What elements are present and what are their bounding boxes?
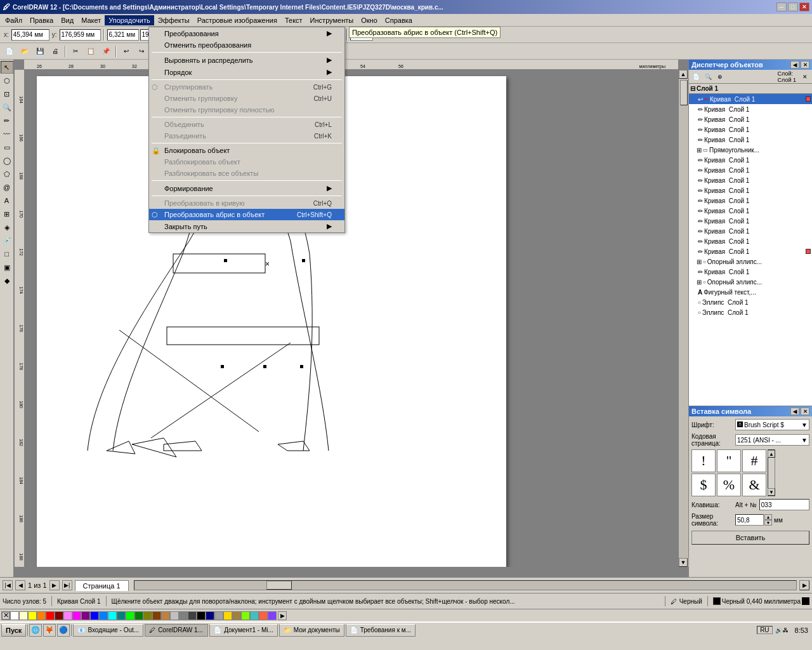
- obj-item-15[interactable]: ✏ Кривая Слой 1: [689, 267, 812, 277]
- obj-item-4[interactable]: ✏ Кривая Слой 1: [689, 135, 812, 145]
- dd-poryadok[interactable]: Порядок ▶: [149, 66, 344, 78]
- swatch-teal[interactable]: [117, 611, 126, 620]
- systray-vol[interactable]: 🔊: [775, 627, 782, 633]
- obj-item-10[interactable]: ✏ Кривая Слой 1: [689, 206, 812, 216]
- obj-item-6[interactable]: ✏ Кривая Слой 1: [689, 165, 812, 175]
- dd-zakrit-put[interactable]: Закрыть путь ▶: [149, 220, 344, 232]
- obj-item-8[interactable]: ✏ Кривая Слой 1: [689, 185, 812, 196]
- dd-blokirovat[interactable]: 🔒 Блокировать объект: [149, 145, 344, 156]
- ellipse-tool[interactable]: ◯: [1, 154, 13, 167]
- symbol-panel-menu-btn[interactable]: ◀: [790, 408, 799, 415]
- dd-formirovanie[interactable]: Формирование ▶: [149, 182, 344, 194]
- page-last-btn[interactable]: ▶|: [62, 580, 72, 590]
- obj-mgr-btn1[interactable]: 📄: [690, 71, 702, 83]
- key-input[interactable]: [759, 499, 809, 510]
- swatch-tan[interactable]: [161, 611, 170, 620]
- sym-char-percent[interactable]: %: [717, 474, 741, 496]
- obj-item-1[interactable]: ✏ Кривая Слой 1: [689, 104, 812, 114]
- freehand-tool[interactable]: ✏: [1, 114, 13, 127]
- obj-item-9[interactable]: ✏ Кривая Слой 1: [689, 196, 812, 206]
- swatch-lightblue[interactable]: [99, 611, 108, 620]
- obj-item-5[interactable]: ✏ Кривая Слой 1: [689, 155, 812, 165]
- item-expand-e2[interactable]: ⊞: [697, 279, 702, 286]
- obj-item-11[interactable]: ✏ Кривая Слой 1: [689, 216, 812, 226]
- item-expand-e1[interactable]: ⊞: [697, 258, 702, 265]
- save-btn[interactable]: 💾: [33, 45, 47, 58]
- sym-char-hash[interactable]: #: [742, 449, 766, 472]
- obj-item-7[interactable]: ✏ Кривая Слой 1: [689, 175, 812, 185]
- swatch-magenta[interactable]: [72, 611, 81, 620]
- page-tab[interactable]: Страница 1: [75, 580, 129, 591]
- width-input[interactable]: [107, 29, 139, 41]
- interactive-tool[interactable]: ◈: [1, 221, 13, 234]
- task-docs[interactable]: 📁 Мои документы: [279, 624, 344, 637]
- swatch-khaki[interactable]: [232, 611, 241, 620]
- page-first-btn[interactable]: |◀: [3, 580, 13, 590]
- obj-item-text[interactable]: A Фигурный текст,...: [689, 287, 812, 297]
- menu-layout[interactable]: Макет: [77, 15, 105, 25]
- palette-scroll-right[interactable]: ▶: [278, 611, 287, 620]
- size-input[interactable]: [735, 514, 764, 526]
- menu-edit[interactable]: Правка: [26, 15, 57, 25]
- swatch-white[interactable]: [10, 611, 19, 620]
- hscroll-thumb[interactable]: [266, 581, 292, 590]
- obj-item-ellipse1[interactable]: ⊞ ○ Опорный эллипс...: [689, 256, 812, 267]
- swatch-lightgray[interactable]: [170, 611, 179, 620]
- obj-mgr-btn2[interactable]: 🔍: [702, 71, 714, 83]
- new-btn[interactable]: 📄: [3, 45, 16, 58]
- item-expand-rect[interactable]: ⊞: [697, 147, 702, 154]
- swatch-darkgray[interactable]: [188, 611, 197, 620]
- shape-tool[interactable]: ⬡: [1, 74, 13, 87]
- size-down-btn[interactable]: ▼: [764, 520, 772, 526]
- obj-item-3[interactable]: ✏ Кривая Слой 1: [689, 124, 812, 135]
- rect-tool[interactable]: ▭: [1, 141, 13, 154]
- obj-mgr-btn3[interactable]: ⊕: [714, 71, 726, 83]
- menu-view[interactable]: Вид: [57, 15, 77, 25]
- code-dropdown[interactable]: 1251 (ANSI - ... ▼: [735, 434, 809, 446]
- page-prev-btn[interactable]: ◀: [15, 580, 25, 590]
- redo-btn[interactable]: ↪: [134, 45, 148, 58]
- cut-btn[interactable]: ✂: [69, 45, 82, 58]
- menu-arrange[interactable]: Упорядочить: [105, 15, 154, 25]
- size-up-btn[interactable]: ▲: [764, 514, 772, 520]
- swatch-brown[interactable]: [152, 611, 161, 620]
- swatch-purple[interactable]: [81, 611, 90, 620]
- undo-btn[interactable]: ↩: [119, 45, 133, 58]
- swatch-silver[interactable]: [214, 611, 223, 620]
- sym-scroll-down[interactable]: ▼: [768, 488, 775, 496]
- task-coreldraw[interactable]: 🖊 CorelDRAW 1...: [145, 624, 208, 637]
- page-next-btn[interactable]: ▶: [49, 580, 60, 590]
- swatch-lightyellow[interactable]: [19, 611, 28, 620]
- lang-indicator[interactable]: RU: [757, 626, 772, 634]
- swatch-gray[interactable]: [179, 611, 188, 620]
- minimize-btn[interactable]: ─: [776, 3, 787, 11]
- spiral-tool[interactable]: @: [1, 181, 13, 194]
- obj-item-ellipse3[interactable]: ○ Эллипс Слой 1: [689, 297, 812, 307]
- obj-item-12[interactable]: ✏ Кривая Слой 1: [689, 226, 812, 236]
- dd-preobrazovat-abris[interactable]: ⬡ Преобразовать абрис в объект Ctrl+Shif…: [149, 209, 344, 220]
- task-req[interactable]: 📄 Требования к м...: [346, 624, 416, 637]
- copy-btn[interactable]: 📋: [84, 45, 98, 58]
- smart-draw-tool[interactable]: 〰: [1, 128, 13, 140]
- zoom-dropdown[interactable]: ▼: [374, 29, 383, 41]
- interactive-fill-tool[interactable]: ◆: [1, 274, 13, 287]
- obj-item-13[interactable]: ✏ Кривая Слой 1: [689, 236, 812, 246]
- swatch-black[interactable]: [197, 611, 206, 620]
- obj-item-2[interactable]: ✏ Кривая Слой 1: [689, 114, 812, 124]
- zoom-tool[interactable]: 🔍: [1, 101, 13, 114]
- obj-manager-menu-btn[interactable]: ◀: [790, 61, 799, 69]
- dd-preobrazovaniya[interactable]: Преобразования ▶: [149, 27, 344, 39]
- obj-item-14[interactable]: ✏ Кривая Слой 1: [689, 246, 812, 256]
- swatch-navy[interactable]: [206, 611, 214, 620]
- sym-scroll-up[interactable]: ▲: [768, 450, 775, 458]
- systray-icon2[interactable]: 🦊: [43, 624, 56, 637]
- sym-char-quote[interactable]: ": [717, 449, 741, 472]
- swatch-olive[interactable]: [143, 611, 152, 620]
- menu-help[interactable]: Справка: [381, 15, 416, 25]
- menu-bitmaps[interactable]: Растровые изображения: [193, 15, 281, 25]
- table-tool[interactable]: ⊞: [1, 208, 13, 220]
- crop-tool[interactable]: ⊡: [1, 88, 13, 100]
- obj-item-rect[interactable]: ⊞ ▭ Прямоугольник...: [689, 145, 812, 155]
- close-btn[interactable]: ✕: [799, 3, 809, 11]
- eyedropper-tool[interactable]: 💉: [1, 234, 13, 247]
